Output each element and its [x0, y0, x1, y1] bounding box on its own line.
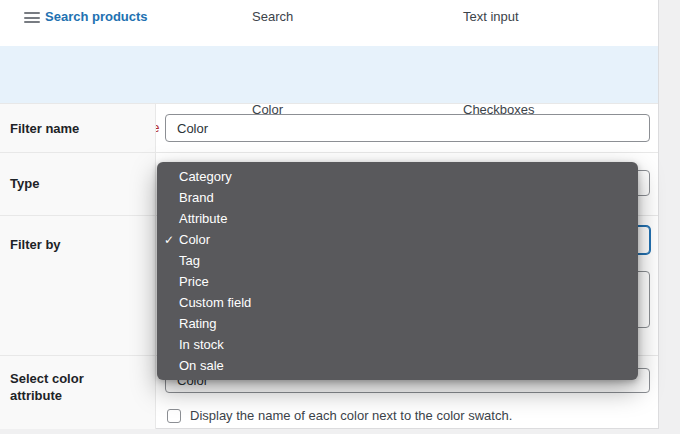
label-line-2: attribute — [10, 388, 62, 403]
dropdown-item-label: On sale — [179, 358, 224, 373]
filter-input-cell: Text input — [463, 9, 519, 24]
dropdown-item-label: Custom field — [179, 295, 251, 310]
dropdown-item-on-sale[interactable]: On sale — [157, 355, 638, 376]
drag-handle-icon[interactable] — [24, 12, 40, 23]
dropdown-item-label: Tag — [179, 253, 200, 268]
label-line-1: Select color — [10, 371, 84, 386]
dropdown-items: CategoryBrandAttribute✓ColorTagPriceCust… — [157, 166, 638, 376]
filter-type-cell: Search — [252, 9, 293, 24]
dropdown-item-label: In stock — [179, 337, 224, 352]
display-name-checkbox-label: Display the name of each color next to t… — [190, 408, 512, 423]
dropdown-item-label: Price — [179, 274, 209, 289]
filter-name-link[interactable]: Search products — [45, 9, 148, 24]
dropdown-item-label: Attribute — [179, 211, 227, 226]
dropdown-item-label: Category — [179, 169, 232, 184]
filter-by-label: Filter by — [10, 236, 61, 253]
filter-name-input[interactable] — [165, 114, 650, 142]
dropdown-item-label: Rating — [179, 316, 217, 331]
type-label: Type — [10, 175, 39, 192]
checkmark-icon: ✓ — [164, 233, 179, 247]
dropdown-item-tag[interactable]: Tag — [157, 250, 638, 271]
dropdown-item-label: Color — [179, 232, 210, 247]
dropdown-item-custom-field[interactable]: Custom field — [157, 292, 638, 313]
filter-row-color: Color Color Checkboxes Close filter|Dele… — [0, 46, 658, 103]
dropdown-item-rating[interactable]: Rating — [157, 313, 638, 334]
filter-row-search-products: Search products Search Text input — [0, 0, 658, 46]
dropdown-item-in-stock[interactable]: In stock — [157, 334, 638, 355]
dropdown-item-attribute[interactable]: Attribute — [157, 208, 638, 229]
filter-settings-panel: Search products Search Text input Color … — [0, 0, 659, 429]
dropdown-item-color[interactable]: ✓Color — [157, 229, 638, 250]
form-row-filter-name: Filter name — [0, 103, 658, 152]
display-name-checkbox[interactable] — [167, 409, 181, 423]
dropdown-item-brand[interactable]: Brand — [157, 187, 638, 208]
dropdown-item-label: Brand — [179, 190, 214, 205]
filter-by-dropdown: CategoryBrandAttribute✓ColorTagPriceCust… — [157, 162, 638, 380]
dropdown-item-category[interactable]: Category — [157, 166, 638, 187]
select-color-attribute-label: Select color attribute — [10, 370, 130, 404]
dropdown-item-price[interactable]: Price — [157, 271, 638, 292]
display-name-checkbox-row: Display the name of each color next to t… — [167, 408, 512, 423]
filter-name-label: Filter name — [10, 120, 79, 137]
